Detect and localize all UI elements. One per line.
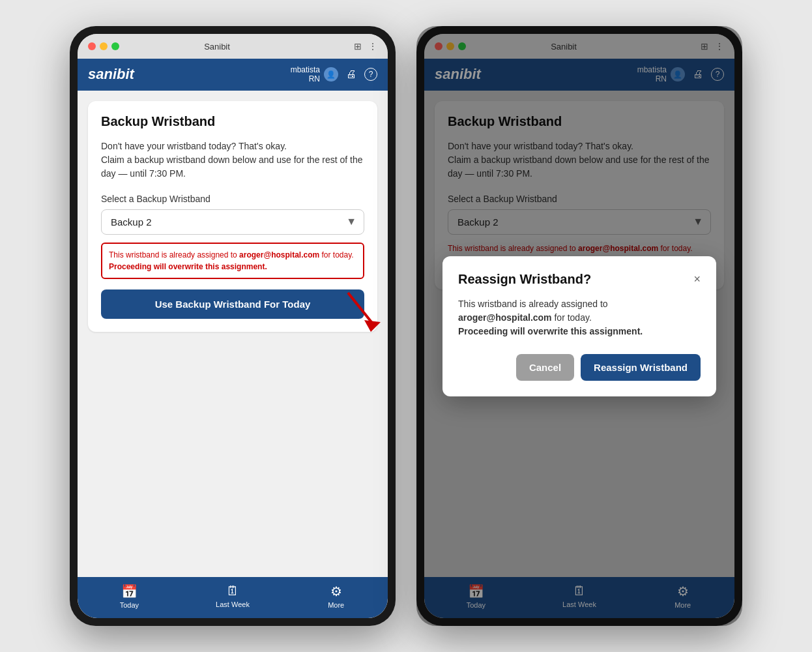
more-label-1: More — [328, 601, 344, 609]
title-bar-icons: ⊞ ⋮ — [354, 41, 377, 52]
nav-lastweek-1[interactable]: 🗓 Last Week — [181, 577, 285, 618]
button-container-1: Use Backup Wristband For Today — [101, 289, 364, 319]
today-icon-1: 📅 — [121, 584, 138, 599]
warning-text-1: This wristband is already assigned to ar… — [109, 249, 356, 273]
lastweek-label-1: Last Week — [216, 600, 250, 608]
backup-wristband-card-1: Backup Wristband Don't have your wristba… — [88, 101, 377, 332]
user-info-1: mbatistaRN 👤 — [291, 65, 338, 84]
app-logo-1: sanibit — [88, 66, 134, 83]
header-right-1: mbatistaRN 👤 🖨 ? — [291, 65, 377, 84]
nav-today-1[interactable]: 📅 Today — [78, 577, 181, 618]
app-header-1: sanibit mbatistaRN 👤 🖨 ? — [78, 59, 388, 91]
window-title: Sanibit — [84, 42, 350, 52]
user-label-1: mbatistaRN — [291, 65, 320, 84]
modal-body-text: This wristband is already assigned to ar… — [458, 297, 701, 338]
bottom-nav-1: 📅 Today 🗓 Last Week ⚙ More — [78, 577, 388, 618]
phone-frame-1: Sanibit ⊞ ⋮ sanibit mbatistaRN 👤 🖨 ? Bac… — [70, 26, 396, 626]
warning-box-1: This wristband is already assigned to ar… — [101, 243, 364, 279]
nav-more-1[interactable]: ⚙ More — [284, 577, 388, 618]
user-avatar-1[interactable]: 👤 — [324, 67, 338, 82]
ellipsis-icon[interactable]: ⋮ — [368, 41, 377, 52]
lastweek-icon-1: 🗓 — [226, 584, 239, 599]
puzzle-icon[interactable]: ⊞ — [354, 41, 362, 52]
modal-header: Reassign Wristband? × — [458, 272, 701, 287]
modal-title: Reassign Wristband? — [458, 272, 591, 287]
card-description-1: Don't have your wristband today? That's … — [101, 140, 364, 181]
modal-close-button[interactable]: × — [693, 273, 701, 285]
select-wrapper-1: Backup 2 ▼ — [101, 209, 364, 235]
backup-wristband-select-1[interactable]: Backup 2 — [101, 209, 364, 235]
modal-footer: Cancel Reassign Wristband — [458, 354, 701, 381]
use-backup-wristband-button-1[interactable]: Use Backup Wristband For Today — [101, 289, 364, 319]
more-icon-1: ⚙ — [330, 584, 342, 599]
reassign-wristband-dialog: Reassign Wristband? × This wristband is … — [442, 256, 716, 396]
title-bar-1: Sanibit ⊞ ⋮ — [78, 34, 388, 59]
modal-body: This wristband is already assigned to ar… — [458, 297, 701, 338]
cancel-button[interactable]: Cancel — [516, 354, 574, 381]
svg-marker-1 — [364, 320, 381, 332]
select-label-1: Select a Backup Wristband — [101, 194, 364, 204]
help-icon-1[interactable]: ? — [364, 68, 377, 81]
phone-frame-2: Sanibit ⊞ ⋮ sanibit mbatistaRN 👤 🖨 ? Bac… — [416, 26, 742, 626]
reassign-wristband-button[interactable]: Reassign Wristband — [581, 354, 701, 381]
app-content-1: Backup Wristband Don't have your wristba… — [78, 91, 388, 577]
modal-overlay: Reassign Wristband? × This wristband is … — [416, 26, 742, 626]
card-title-1: Backup Wristband — [101, 114, 364, 129]
phone-inner-1: Sanibit ⊞ ⋮ sanibit mbatistaRN 👤 🖨 ? Bac… — [78, 34, 388, 618]
today-label-1: Today — [120, 601, 139, 609]
print-icon-1[interactable]: 🖨 — [346, 68, 356, 80]
